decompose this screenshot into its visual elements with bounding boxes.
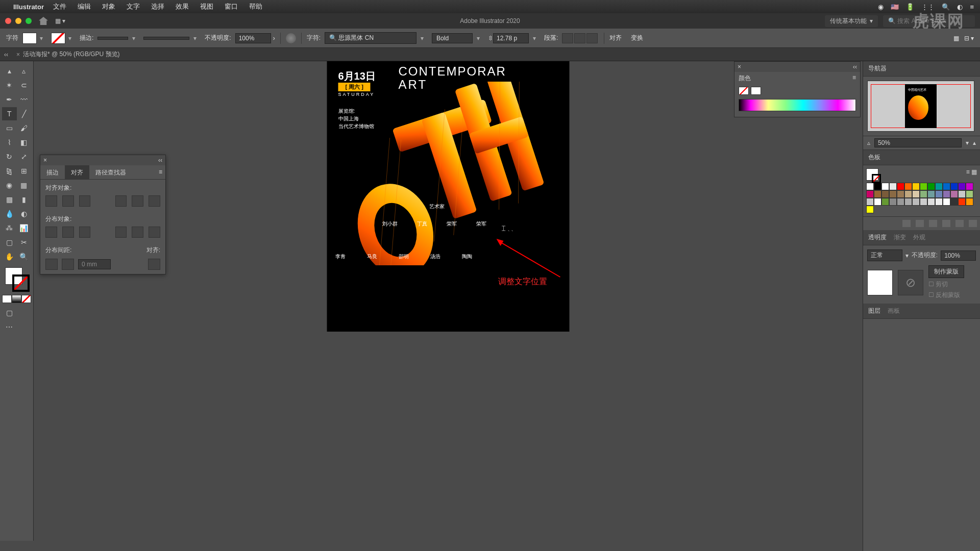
dist-right[interactable] [149,227,160,238]
rotate-tool[interactable]: ↻ [2,150,17,163]
swatch[interactable] [927,198,935,206]
swatch[interactable] [881,198,889,206]
opacity-input[interactable]: 100% [235,33,271,43]
selection-tool[interactable]: ▴ [2,64,17,78]
dist-vspace[interactable] [45,259,58,270]
swatch[interactable] [904,198,912,206]
swatch-menu-icon[interactable] [916,220,924,227]
tab-chevrons[interactable]: ‹‹ [4,51,8,58]
tab-layers[interactable]: 图层 [868,307,880,315]
align-hcenter[interactable] [62,195,74,207]
swatch[interactable] [889,198,897,206]
align-right[interactable] [79,195,91,207]
eyedropper-tool[interactable]: 💧 [2,207,17,220]
swatch[interactable] [889,190,897,198]
wifi-icon[interactable]: ⋮⋮ [921,3,935,11]
mask-thumb[interactable] [867,270,893,295]
align-left[interactable] [45,195,57,207]
search-input[interactable]: 🔍 搜索 Adobe Stock [883,15,975,27]
swatch[interactable] [897,198,904,206]
pen-tool[interactable]: ✒ [2,93,17,106]
align-center-btn[interactable] [574,33,585,43]
type-tool[interactable]: T [2,107,17,120]
swatch[interactable] [935,183,943,190]
blend-tool[interactable]: ◐ [17,207,32,220]
lasso-tool[interactable]: ⊂ [17,79,32,92]
swatch[interactable] [912,183,920,190]
swatch-lib-icon[interactable] [902,220,911,227]
color-mode[interactable] [2,295,12,303]
panel-collapse-icon[interactable]: ‹‹ [158,157,162,164]
swatch[interactable] [897,183,904,190]
align-bottom[interactable] [149,195,160,207]
fill-swatch[interactable] [22,33,37,44]
stroke-swatch[interactable] [51,33,65,44]
swatch[interactable] [920,190,927,198]
tab-align[interactable]: 对齐 [65,165,89,179]
transform-link[interactable]: 变换 [631,34,643,42]
swatch[interactable] [874,198,881,206]
direct-select-tool[interactable]: ▵ [17,64,32,78]
shaper-tool[interactable]: ⌇ [2,136,17,149]
swatch-view-icon[interactable]: ≡ ▦ [966,168,977,181]
dist-hcenter[interactable] [132,227,143,238]
slice-tool[interactable]: ✂ [17,236,32,249]
swatch[interactable] [935,198,943,206]
swatch[interactable] [958,190,966,198]
swatch[interactable] [943,190,950,198]
mesh-tool[interactable]: ▩ [2,193,17,206]
tab-stroke[interactable]: 描边 [40,165,65,179]
swatch[interactable] [874,183,881,190]
size-stepper[interactable]: ⇳ [488,35,493,42]
artboard-tool[interactable]: ▢ [2,236,17,249]
graph-tool[interactable]: 📊 [17,221,32,235]
spacing-input[interactable]: 0 mm [78,259,111,269]
stroke-weight[interactable] [97,37,128,40]
fill-stroke[interactable] [2,267,31,293]
panel-menu-icon[interactable]: ≡ [156,165,165,179]
swatch[interactable] [881,183,889,190]
dist-bottom[interactable] [79,227,91,238]
swatch[interactable] [889,183,897,190]
maximize-icon[interactable] [26,18,32,24]
flag-icon[interactable]: 🇺🇸 [891,3,899,11]
perspective-tool[interactable]: ▦ [17,179,32,192]
align-top[interactable] [115,195,127,207]
clip-checkbox[interactable]: ☐ 剪切 [928,280,964,289]
blend-mode[interactable]: 正常 [867,249,902,261]
mask-none[interactable]: ⊘ [898,270,923,295]
opacity-arrow[interactable]: › [273,35,275,42]
shape-builder[interactable]: ◉ [2,179,17,192]
battery-icon[interactable]: 🔋 [906,3,914,11]
color-white-swatch[interactable] [751,87,761,95]
symbol-spray[interactable]: ⁂ [2,221,17,235]
align-vcenter[interactable] [132,195,143,207]
tab-gradient[interactable]: 渐变 [894,233,906,242]
notif-icon[interactable]: ≡ [970,3,974,11]
window-controls[interactable] [5,18,32,24]
swatch-fillstroke[interactable] [866,168,878,181]
color-menu-icon[interactable]: ≡ [852,74,856,81]
menu-effect[interactable]: 效果 [176,2,189,11]
color-none-swatch[interactable] [739,87,749,95]
close-tab-icon[interactable]: × [16,51,20,58]
swatch[interactable] [904,183,912,190]
invert-checkbox[interactable]: ☐ 反相蒙版 [928,291,964,299]
menu-view[interactable]: 视图 [200,2,213,11]
swatch[interactable] [927,183,935,190]
swatch[interactable] [966,183,973,190]
swatch[interactable] [866,183,874,190]
font-weight[interactable]: Bold [432,33,473,43]
swatch[interactable] [920,183,927,190]
home-icon[interactable] [39,17,48,25]
edit-toolbar[interactable]: ⋯ [2,320,17,334]
swatch[interactable] [966,198,973,206]
tab-transparency[interactable]: 透明度 [868,233,887,242]
font-family[interactable]: 🔍 思源黑体 CN [325,32,416,44]
curvature-tool[interactable]: 〰 [17,93,32,106]
menu-edit[interactable]: 编辑 [78,2,91,11]
eraser-tool[interactable]: ◧ [17,136,32,149]
brush-def[interactable] [143,37,189,40]
swatch[interactable] [904,190,912,198]
align-left-btn[interactable] [562,33,573,43]
